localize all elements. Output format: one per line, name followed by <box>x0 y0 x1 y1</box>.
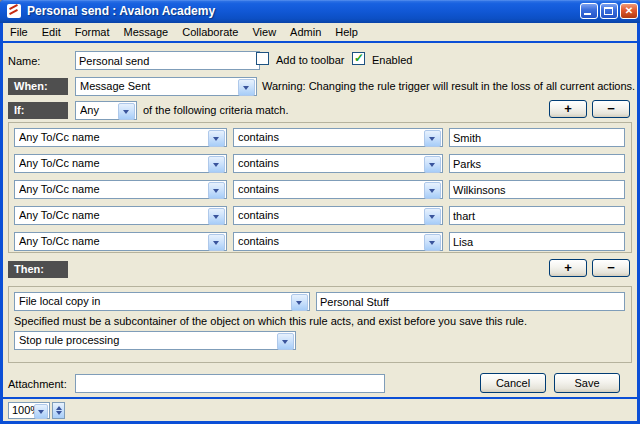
condition-value-input[interactable] <box>449 128 625 147</box>
final-action-dropdown[interactable]: Stop rule processing <box>14 331 296 350</box>
if-section-label: If: <box>8 102 68 119</box>
chevron-down-icon[interactable] <box>424 156 441 173</box>
remove-condition-button[interactable]: − <box>592 100 630 118</box>
menu-item-collaborate[interactable]: Collaborate <box>175 24 245 40</box>
spinner-up-icon[interactable] <box>56 406 62 410</box>
trigger-warning: Warning: Changing the rule trigger will … <box>262 80 635 92</box>
condition-operator-dropdown[interactable]: contains <box>233 154 443 173</box>
minimize-button[interactable] <box>580 3 598 19</box>
menu-item-message[interactable]: Message <box>117 24 176 40</box>
chevron-down-icon[interactable] <box>424 234 441 251</box>
name-input[interactable] <box>75 51 260 70</box>
close-icon: ✕ <box>625 5 633 16</box>
menu-item-format[interactable]: Format <box>68 24 117 40</box>
spinner-down-icon[interactable] <box>56 411 62 415</box>
enabled-checkbox[interactable]: ✓ <box>352 52 365 65</box>
chevron-down-icon[interactable] <box>238 79 255 96</box>
when-section-label: When: <box>8 78 68 95</box>
menu-item-admin[interactable]: Admin <box>283 24 328 40</box>
check-icon: ✓ <box>354 51 364 65</box>
name-label: Name: <box>8 55 40 67</box>
chevron-down-icon[interactable] <box>208 130 225 147</box>
add-to-toolbar-checkbox[interactable] <box>256 52 269 65</box>
condition-operator-dropdown[interactable]: contains <box>233 206 443 225</box>
status-bar: 100% <box>3 399 637 421</box>
minimize-icon <box>584 13 591 15</box>
match-mode-dropdown[interactable]: Any <box>75 101 137 120</box>
window-title: Personal send : Avalon Academy <box>27 4 215 18</box>
chevron-down-icon[interactable] <box>424 130 441 147</box>
condition-field-dropdown[interactable]: Any To/Cc name <box>14 232 227 251</box>
condition-value-input[interactable] <box>449 232 625 251</box>
save-button[interactable]: Save <box>554 373 620 393</box>
attachment-input[interactable] <box>75 374 385 393</box>
action-dropdown[interactable]: File local copy in <box>14 292 310 311</box>
chevron-down-icon[interactable] <box>118 103 135 120</box>
condition-value-input[interactable] <box>449 206 625 225</box>
condition-operator-dropdown[interactable]: contains <box>233 128 443 147</box>
chevron-down-icon[interactable] <box>277 333 294 350</box>
condition-field-dropdown[interactable]: Any To/Cc name <box>14 206 227 225</box>
window: Personal send : Avalon Academy ✕ File Ed… <box>0 0 640 424</box>
remove-action-button[interactable]: − <box>592 259 630 277</box>
close-button[interactable]: ✕ <box>620 3 638 19</box>
add-action-button[interactable]: + <box>549 259 587 277</box>
app-icon <box>7 4 21 18</box>
condition-field-dropdown[interactable]: Any To/Cc name <box>14 154 227 173</box>
chevron-down-icon[interactable] <box>208 182 225 199</box>
action-target-input[interactable] <box>316 292 625 311</box>
enabled-label: Enabled <box>372 54 412 66</box>
criteria-match-text: of the following criteria match. <box>143 104 289 116</box>
title-bar: Personal send : Avalon Academy ✕ <box>0 0 640 23</box>
zoom-spinner[interactable] <box>52 402 65 419</box>
chevron-down-icon[interactable] <box>424 208 441 225</box>
condition-operator-dropdown[interactable]: contains <box>233 232 443 251</box>
chevron-down-icon[interactable] <box>208 156 225 173</box>
condition-operator-dropdown[interactable]: contains <box>233 180 443 199</box>
condition-field-dropdown[interactable]: Any To/Cc name <box>14 128 227 147</box>
chevron-down-icon[interactable] <box>208 208 225 225</box>
menu-item-help[interactable]: Help <box>328 24 365 40</box>
maximize-icon <box>604 7 613 15</box>
condition-value-input[interactable] <box>449 180 625 199</box>
chevron-down-icon[interactable] <box>424 182 441 199</box>
menu-item-view[interactable]: View <box>245 24 283 40</box>
menu-item-file[interactable]: File <box>3 24 35 40</box>
cancel-button[interactable]: Cancel <box>480 373 546 393</box>
chevron-down-icon[interactable] <box>34 404 48 419</box>
trigger-dropdown[interactable]: Message Sent <box>75 77 257 96</box>
add-to-toolbar-label: Add to toolbar <box>276 54 345 66</box>
condition-field-dropdown[interactable]: Any To/Cc name <box>14 180 227 199</box>
chevron-down-icon[interactable] <box>291 294 308 311</box>
then-section-label: Then: <box>8 261 68 278</box>
action-note: Specified must be a subcontainer of the … <box>14 315 527 327</box>
attachment-label: Attachment: <box>8 378 67 390</box>
add-condition-button[interactable]: + <box>549 100 587 118</box>
condition-value-input[interactable] <box>449 154 625 173</box>
menu-bar: File Edit Format Message Collaborate Vie… <box>3 23 637 41</box>
zoom-combobox[interactable]: 100% <box>8 402 50 419</box>
maximize-button[interactable] <box>600 3 618 19</box>
menu-item-edit[interactable]: Edit <box>35 24 68 40</box>
chevron-down-icon[interactable] <box>208 234 225 251</box>
